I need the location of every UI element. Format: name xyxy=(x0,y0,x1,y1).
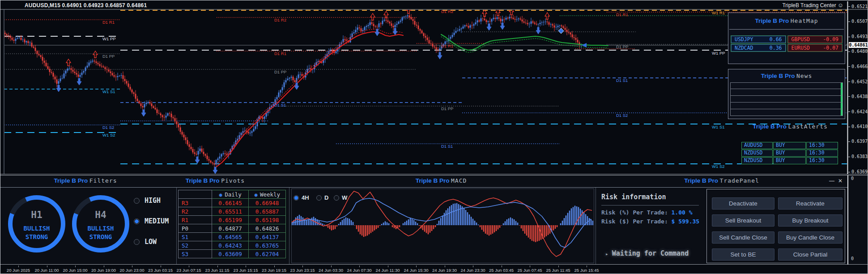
pivot-column-weekly[interactable]: Weekly xyxy=(249,190,286,199)
radio-dot-icon[interactable] xyxy=(254,193,258,197)
svg-text:W1 S1: W1 S1 xyxy=(712,124,725,129)
price-scale[interactable]: 0.652150.650750.649350.648000.646600.645… xyxy=(848,0,868,265)
macd-timeframe-radio-d[interactable]: D xyxy=(316,194,328,201)
price-tick-label: 0.64935 xyxy=(851,34,868,39)
set-to-be-button[interactable]: Set to BE xyxy=(712,248,774,261)
svg-text:D1 R1: D1 R1 xyxy=(441,43,453,48)
divider xyxy=(0,187,847,188)
heatmap-cell-negative: GBPUSD-0.09 xyxy=(788,36,842,43)
heatmap-value: 0.36 xyxy=(770,45,782,51)
time-tick xyxy=(558,265,559,267)
gauge-state: BULLISH xyxy=(7,225,66,232)
macd-timeframe-radio-4h[interactable]: 4H xyxy=(294,194,309,201)
news-row-indicator xyxy=(841,89,842,95)
price-tick-label: 0.64245 xyxy=(851,109,868,114)
reactivate-button[interactable]: Reactivate xyxy=(778,197,842,210)
gauge-timeframe: H4 xyxy=(71,210,130,220)
pivot-weekly-value: 0.65198 xyxy=(249,216,286,224)
time-tick xyxy=(132,265,132,267)
time-tick xyxy=(246,265,246,267)
brand-label: Triple B Pro xyxy=(755,17,789,24)
pivot-daily-value: 0.65511 xyxy=(212,207,249,216)
sensitivity-radio-low[interactable]: LOW xyxy=(134,238,157,246)
radio-circle[interactable] xyxy=(294,195,299,201)
time-tick xyxy=(416,265,417,267)
time-tick xyxy=(75,265,76,267)
divider xyxy=(601,205,699,206)
svg-text:D1 PP: D1 PP xyxy=(274,69,286,74)
price-tick-label: 0.63970 xyxy=(851,139,868,144)
heatmap-value: 0.66 xyxy=(770,36,782,43)
lastalerts-title: Triple B Pro LastAlerts xyxy=(734,123,846,130)
radio-label: W xyxy=(342,194,347,201)
heatmap-row: NZDCAD0.36EURUSD-0.07 xyxy=(728,44,845,51)
alert-symbol: NZDUSD xyxy=(741,157,773,164)
pivot-weekly-value: 0.65887 xyxy=(249,207,286,216)
heatmap-title: Triple B Pro HeatMap xyxy=(728,17,845,24)
sell-breakout-button[interactable]: Sell Breakout xyxy=(712,214,774,227)
pivot-weekly-value: 0.66948 xyxy=(249,199,286,207)
price-tick xyxy=(848,66,850,67)
divider xyxy=(176,188,177,264)
pivot-name: R1 xyxy=(179,216,212,224)
window-controls: —✕ xyxy=(826,178,846,184)
price-tick xyxy=(848,6,850,7)
news-row-indicator xyxy=(841,96,842,102)
news-row xyxy=(730,82,843,89)
svg-text:D1 PP: D1 PP xyxy=(616,44,628,49)
alert-symbol: NZDUSD xyxy=(741,150,773,157)
time-tick xyxy=(359,265,360,267)
buy-breakout-button[interactable]: Buy Breakout xyxy=(778,214,842,227)
risk-percent-line: Risk (%) Per Trade: 1.00 % xyxy=(601,209,693,216)
tradepanel-header: Triple B Pro TradePanel xyxy=(672,177,771,184)
radio-circle[interactable] xyxy=(134,198,140,204)
price-tick-label: 0.64660 xyxy=(851,64,868,69)
pivot-name: R3 xyxy=(179,199,212,207)
radio-circle[interactable] xyxy=(134,239,140,245)
current-price-label: 0.64861 xyxy=(849,42,868,48)
close-icon[interactable]: ✕ xyxy=(838,178,846,184)
price-tick xyxy=(848,96,850,97)
svg-text:D1 PP: D1 PP xyxy=(441,106,453,111)
svg-text:W1 S1: W1 S1 xyxy=(102,89,115,94)
alert-time: 16:30 xyxy=(806,150,838,157)
radio-label: LOW xyxy=(145,238,157,246)
radio-circle[interactable] xyxy=(134,218,140,224)
minimize-icon[interactable]: — xyxy=(829,178,838,184)
gauge-timeframe: H1 xyxy=(7,210,66,220)
sell-candle-close-button[interactable]: Sell Candle Close xyxy=(712,231,774,244)
pivot-daily-value: 0.65199 xyxy=(212,216,249,224)
alert-action: BUY xyxy=(773,157,806,164)
news-row xyxy=(730,89,843,96)
time-axis[interactable]: 20 Jun 202520 Jun 11:0020 Jun 15:0020 Ju… xyxy=(0,265,868,274)
buy-candle-close-button[interactable]: Buy Candle Close xyxy=(778,231,842,244)
time-tick xyxy=(331,265,332,267)
pivot-daily-value: 0.64243 xyxy=(212,241,249,250)
time-tick xyxy=(502,265,502,267)
macd-timeframe-radio-w[interactable]: W xyxy=(334,194,347,201)
divider xyxy=(847,175,848,265)
svg-text:D1 S1: D1 S1 xyxy=(441,144,453,149)
radio-label: MEDIUM xyxy=(145,217,169,225)
pivots-table: DailyWeeklyR30.661450.66948R20.655110.65… xyxy=(178,190,286,258)
heatmap-value: -0.07 xyxy=(823,45,838,51)
svg-text:W1 PP: W1 PP xyxy=(102,36,116,41)
heatmap-symbol: GBPUSD xyxy=(791,36,810,43)
radio-circle[interactable] xyxy=(334,195,339,201)
svg-text:D1 S2: D1 S2 xyxy=(616,113,628,118)
price-tick-label: 0.64520 xyxy=(851,79,868,84)
news-row-indicator xyxy=(841,83,842,89)
deactivate-button[interactable]: Deactivate xyxy=(712,197,774,210)
pivot-daily-value: 0.63609 xyxy=(212,250,249,258)
pivot-column-daily[interactable]: Daily xyxy=(212,190,249,199)
pivot-row: S30.636090.62704 xyxy=(179,250,286,258)
price-tick-label: 0.64385 xyxy=(851,94,868,99)
pivot-name: P0 xyxy=(179,224,212,233)
close-partial-button[interactable]: Close Partial xyxy=(778,248,842,261)
radio-circle[interactable] xyxy=(316,195,322,201)
sensitivity-radio-high[interactable]: HIGH xyxy=(134,197,161,205)
radio-dot-icon[interactable] xyxy=(219,193,222,197)
svg-text:W1 S2: W1 S2 xyxy=(712,164,725,169)
sensitivity-radio-medium[interactable]: MEDIUM xyxy=(134,217,169,225)
price-tick xyxy=(848,141,850,142)
